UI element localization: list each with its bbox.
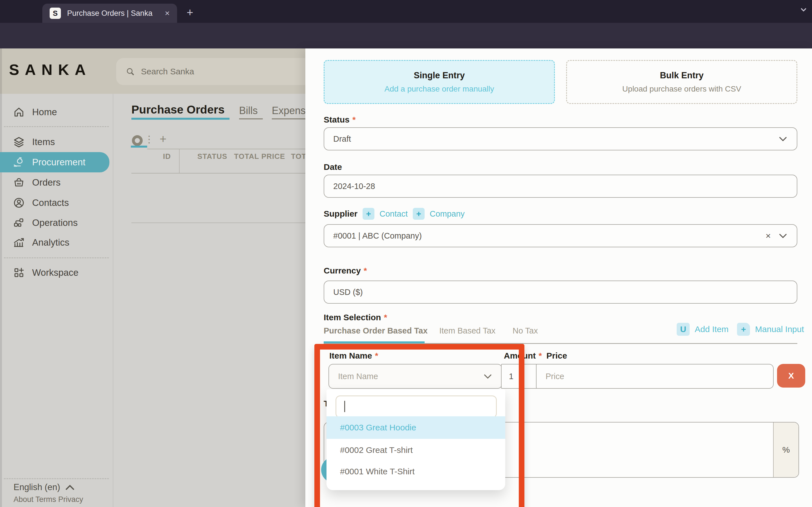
expenses-underline — [272, 118, 305, 119]
language-selector[interactable]: English (en) — [13, 482, 75, 492]
favicon: S — [50, 8, 61, 19]
bills-underline — [239, 118, 263, 119]
sidebar-footer-divider — [4, 478, 109, 479]
tab-expenses[interactable]: Expenses — [272, 105, 305, 117]
sidebar-item-label: Analytics — [32, 237, 69, 248]
add-company-link[interactable]: Company — [430, 209, 465, 219]
sidebar-item-label: Contacts — [32, 198, 69, 208]
language-label: English (en) — [13, 482, 60, 492]
manual-input-link[interactable]: Manual Input — [755, 325, 804, 334]
single-entry-card[interactable]: Single Entry Add a purchase order manual… — [324, 60, 555, 104]
add-company-icon[interactable]: + — [413, 208, 424, 220]
clear-icon[interactable]: × — [765, 231, 771, 241]
sidebar-item-procurement[interactable]: Procurement — [0, 152, 109, 172]
table-row-border — [132, 223, 305, 223]
status-label: Status* — [324, 115, 356, 124]
footer-links[interactable]: About Terms Privacy — [13, 495, 83, 504]
sidebar-item-label: Home — [32, 107, 57, 117]
tab-bills[interactable]: Bills — [239, 105, 258, 117]
chevron-up-icon — [65, 484, 75, 491]
sidebar-item-orders[interactable]: Orders — [0, 173, 113, 191]
bulk-entry-title: Bulk Entry — [660, 70, 703, 80]
currency-input[interactable]: USD ($) — [324, 281, 797, 304]
home-icon — [13, 106, 25, 118]
workspace-grid-icon — [13, 267, 25, 279]
supplier-label: Supplier — [324, 209, 357, 219]
supplier-value: #0001 | ABC (Company) — [333, 231, 422, 240]
column-header-total-price[interactable]: TOTAL PRICE — [234, 152, 285, 161]
sidebar-item-label: Orders — [32, 177, 61, 188]
browser-tab-strip: S Purchase Orders | Sanka × + — [0, 0, 812, 23]
person-icon — [13, 197, 25, 209]
single-entry-subtitle: Add a purchase order manually — [384, 84, 494, 94]
chart-icon — [13, 237, 25, 248]
table-header-border — [132, 173, 305, 173]
remove-item-button[interactable]: X — [777, 364, 805, 388]
item-selection-label: Item Selection* — [324, 313, 387, 322]
date-input[interactable]: 2024-10-28 — [324, 175, 797, 198]
status-value: Draft — [333, 134, 351, 144]
sidebar-item-items[interactable]: Items — [0, 133, 113, 151]
browser-toolbar: ← → ⟳ app.sanka.io/purchase_orders/ I ⋮ — [0, 23, 812, 50]
sidebar-item-label: Operations — [32, 217, 78, 228]
view-options-kebab-icon[interactable]: ⋮ — [144, 133, 154, 145]
sidebar-item-analytics[interactable]: Analytics — [0, 233, 113, 251]
layers-icon — [13, 136, 25, 148]
sidebar-item-contacts[interactable]: Contacts — [0, 194, 113, 212]
supplier-label-row: Supplier + Contact + Company — [324, 208, 465, 220]
add-view-button[interactable]: + — [160, 132, 167, 146]
window-chevron-icon[interactable] — [799, 4, 809, 15]
price-placeholder: Price — [546, 372, 564, 381]
add-item-link[interactable]: Add Item — [695, 325, 728, 334]
item-actions: U Add Item + Manual Input — [677, 323, 804, 336]
price-label: Price — [546, 351, 567, 360]
sidebar-item-operations[interactable]: Operations — [0, 214, 113, 232]
tax-tab-no-tax[interactable]: No Tax — [513, 326, 538, 335]
date-value: 2024-10-28 — [333, 182, 375, 191]
column-header-status[interactable]: STATUS — [197, 152, 227, 161]
tax-tab-active-underline — [324, 341, 424, 343]
sidebar-item-label: Workspace — [32, 267, 79, 278]
sidebar-item-home[interactable]: Home — [0, 103, 113, 121]
new-tab-button[interactable]: + — [187, 6, 193, 19]
search-placeholder: Search Sanka — [141, 67, 194, 76]
add-item-bag-icon[interactable]: U — [677, 323, 690, 336]
chevron-down-icon — [779, 233, 787, 238]
currency-value: USD ($) — [333, 288, 363, 297]
tax-tab-po-based[interactable]: Purchase Order Based Tax — [324, 326, 428, 335]
basket-icon — [13, 177, 25, 188]
table-top-border — [147, 149, 305, 149]
search-icon — [126, 67, 135, 76]
page-title: Purchase Orders — [132, 103, 224, 116]
bulk-entry-subtitle: Upload purchase orders with CSV — [622, 84, 741, 94]
sidebar-divider — [4, 126, 109, 127]
workflow-icon — [13, 217, 25, 229]
view-tab-underline — [131, 146, 147, 148]
currency-label: Currency* — [324, 266, 367, 276]
bulk-entry-card[interactable]: Bulk Entry Upload purchase orders with C… — [566, 60, 797, 104]
sidebar-item-workspace[interactable]: Workspace — [0, 264, 113, 282]
percent-suffix: % — [773, 422, 799, 477]
price-input[interactable]: Price — [536, 364, 774, 389]
manual-input-plus-icon[interactable]: + — [737, 323, 750, 336]
supplier-select[interactable]: #0001 | ABC (Company) × — [324, 224, 797, 247]
sidebar-item-label: Procurement — [32, 157, 86, 168]
add-contact-link[interactable]: Contact — [379, 209, 408, 219]
column-header-total[interactable]: TOTAL — [291, 152, 305, 161]
tax-tab-item-based[interactable]: Item Based Tax — [439, 326, 495, 335]
column-divider — [179, 149, 180, 173]
status-select[interactable]: Draft — [324, 127, 797, 151]
column-header-id[interactable]: ID — [163, 152, 171, 161]
tab-title: Purchase Orders | Sanka — [67, 9, 153, 18]
procurement-icon — [13, 156, 25, 168]
tab-close-icon[interactable]: × — [165, 8, 170, 18]
active-tab-underline — [132, 118, 230, 120]
add-contact-icon[interactable]: + — [363, 208, 374, 220]
single-entry-title: Single Entry — [414, 70, 465, 80]
chevron-down-icon — [779, 136, 787, 142]
view-tab-icon[interactable] — [132, 135, 143, 146]
sanka-logo[interactable]: SANKA — [9, 61, 91, 78]
sidebar-divider — [4, 258, 109, 258]
browser-tab[interactable]: S Purchase Orders | Sanka × — [42, 4, 177, 23]
sidebar-item-label: Items — [32, 136, 55, 147]
